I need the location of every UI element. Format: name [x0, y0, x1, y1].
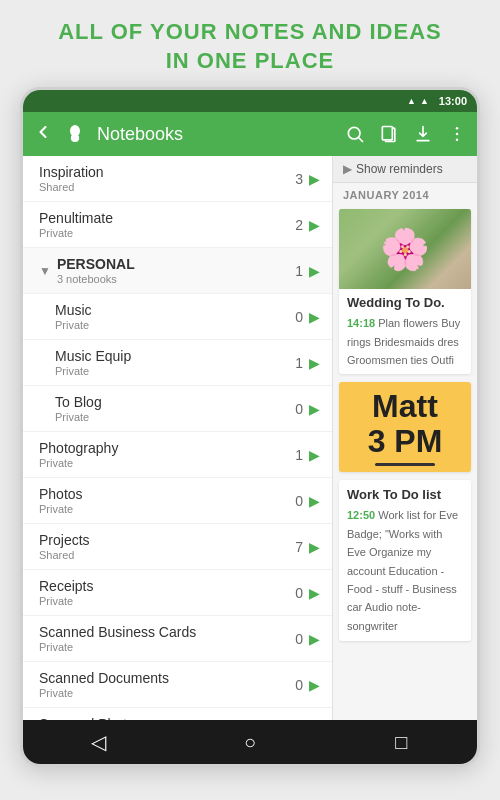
more-button[interactable] [447, 124, 467, 144]
tablet-frame: ▲ ▲ 13:00 Notebooks [20, 87, 480, 767]
notebook-item-scanned-documents[interactable]: Scanned Documents Private 0 ▶ [23, 662, 332, 708]
notebook-item-projects[interactable]: Projects Shared 7 ▶ [23, 524, 332, 570]
notebook-item-penultimate[interactable]: Penultimate Private 2 ▶ [23, 202, 332, 248]
arrow-icon: ▶ [309, 677, 320, 693]
signal-icon: ▲ [407, 96, 416, 106]
evernote-icon [61, 120, 89, 148]
status-bar: ▲ ▲ 13:00 [23, 90, 477, 112]
outer-background: ALL OF YOUR NOTES AND IDEAS IN ONE PLACE… [0, 0, 500, 800]
arrow-icon: ▶ [309, 355, 320, 371]
arrow-icon: ▶ [309, 309, 320, 325]
arrow-icon: ▶ [309, 171, 320, 187]
notebook-info: Inspiration Shared [39, 164, 289, 193]
notebook-item-music-equip[interactable]: Music Equip Private 1 ▶ [23, 340, 332, 386]
navigation-bar: ◁ ○ □ [23, 720, 477, 764]
reminders-label: Show reminders [356, 162, 443, 176]
arrow-icon: ▶ [309, 401, 320, 417]
notebook-item-photography[interactable]: Photography Private 1 ▶ [23, 432, 332, 478]
note-card-wedding[interactable]: Wedding To Do. 14:18 Plan flowers Buy ri… [339, 209, 471, 374]
toolbar-actions [345, 124, 467, 144]
notebook-item-receipts[interactable]: Receipts Private 0 ▶ [23, 570, 332, 616]
status-icons: ▲ ▲ 13:00 [407, 95, 467, 107]
svg-point-5 [456, 139, 459, 142]
tagline: ALL OF YOUR NOTES AND IDEAS IN ONE PLACE [38, 0, 462, 87]
toolbar: Notebooks [23, 112, 477, 156]
wifi-icon: ▲ [420, 96, 429, 106]
main-content: Inspiration Shared 3 ▶ Penultimate Priva… [23, 156, 477, 720]
notebooks-panel: Inspiration Shared 3 ▶ Penultimate Priva… [23, 156, 333, 720]
notebooks-icon-button[interactable] [379, 124, 399, 144]
notebook-item-scanned-business-cards[interactable]: Scanned Business Cards Private 0 ▶ [23, 616, 332, 662]
recent-nav-button[interactable]: □ [326, 731, 477, 754]
tagline-line1: ALL OF YOUR NOTES AND IDEAS [58, 18, 442, 47]
notebook-item-personal[interactable]: ▼ PERSONAL 3 notebooks 1 ▶ [23, 248, 332, 294]
reminders-bar[interactable]: ▶ Show reminders [333, 156, 477, 183]
home-nav-button[interactable]: ○ [174, 731, 325, 754]
status-time: 13:00 [439, 95, 467, 107]
arrow-icon: ▶ [309, 539, 320, 555]
reminders-arrow-icon: ▶ [343, 162, 352, 176]
note-card-work[interactable]: Work To Do list 12:50 Work list for Eve … [339, 480, 471, 641]
arrow-icon: ▶ [309, 263, 320, 279]
svg-point-3 [456, 127, 459, 130]
notebook-item-music[interactable]: Music Private 0 ▶ [23, 294, 332, 340]
month-label: JANUARY 2014 [333, 183, 477, 205]
arrow-icon: ▶ [309, 217, 320, 233]
arrow-icon: ▶ [309, 447, 320, 463]
svg-point-0 [70, 125, 80, 137]
notes-panel: ▶ Show reminders JANUARY 2014 Wedding To… [333, 156, 477, 720]
search-button[interactable] [345, 124, 365, 144]
sticky-note-card[interactable]: Matt3 PM [339, 382, 471, 472]
svg-rect-2 [382, 127, 392, 140]
svg-point-4 [456, 133, 459, 136]
expand-icon: ▼ [39, 264, 51, 278]
download-button[interactable] [413, 124, 433, 144]
wedding-flowers [339, 209, 471, 289]
notebook-item-photos[interactable]: Photos Private 0 ▶ [23, 478, 332, 524]
arrow-icon: ▶ [309, 631, 320, 647]
notebook-item-to-blog[interactable]: To Blog Private 0 ▶ [23, 386, 332, 432]
back-nav-button[interactable]: ◁ [23, 730, 174, 754]
toolbar-title: Notebooks [97, 124, 337, 145]
back-button[interactable] [33, 122, 53, 147]
arrow-icon: ▶ [309, 493, 320, 509]
note-card-image [339, 209, 471, 289]
tagline-line2: IN ONE PLACE [58, 47, 442, 76]
arrow-icon: ▶ [309, 585, 320, 601]
notebook-item-scanned-photos[interactable]: Scanned Photos Private 0 ▶ [23, 708, 332, 720]
notebook-item-inspiration[interactable]: Inspiration Shared 3 ▶ [23, 156, 332, 202]
